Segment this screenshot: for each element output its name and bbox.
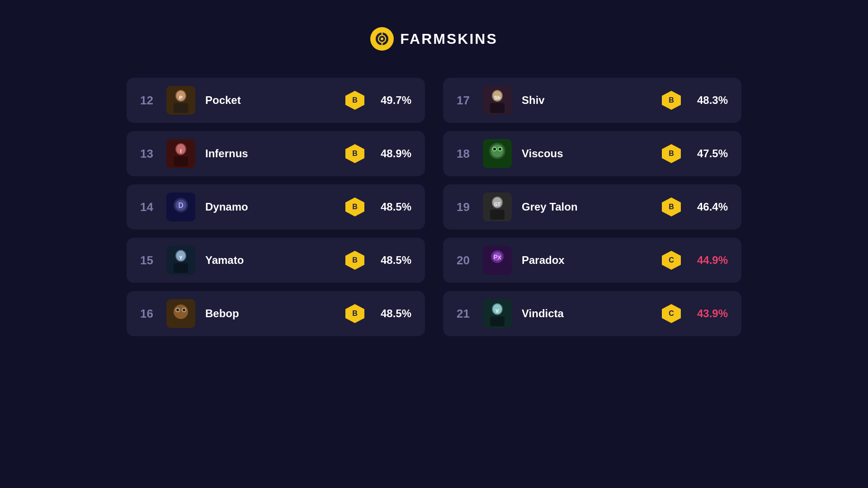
- win-rate: 46.4%: [692, 201, 728, 213]
- tier-badge: C: [661, 250, 682, 271]
- tier-letter: B: [352, 150, 358, 158]
- tier-letter: C: [669, 256, 674, 264]
- tier-letter: B: [669, 96, 674, 104]
- tier-letter: B: [669, 150, 674, 158]
- hero-name: Bebop: [205, 307, 335, 320]
- hero-card: 20PxParadox C 44.9%: [443, 238, 741, 283]
- brand-name: FARMSKINS: [400, 31, 497, 47]
- tier-letter: B: [352, 96, 358, 104]
- svg-point-25: [491, 145, 504, 157]
- tier-letter: B: [352, 256, 358, 264]
- svg-rect-45: [174, 263, 188, 273]
- svg-rect-8: [174, 103, 188, 113]
- svg-text:Px: Px: [493, 253, 501, 261]
- tier-badge: B: [344, 303, 365, 324]
- hero-rank: 17: [457, 94, 473, 108]
- svg-rect-14: [490, 103, 505, 113]
- tier-badge: B: [661, 90, 682, 111]
- svg-text:Sh: Sh: [494, 95, 500, 100]
- hero-card: 13IInfernus B 48.9%: [127, 131, 425, 176]
- tier-badge: C: [661, 303, 682, 324]
- hero-card: 16Bebop B 48.5%: [127, 291, 425, 336]
- svg-rect-39: [490, 210, 505, 220]
- svg-point-28: [493, 148, 496, 150]
- hero-avatar: GT: [483, 192, 512, 221]
- hero-name: Vindicta: [522, 307, 651, 320]
- win-rate: 48.9%: [375, 147, 411, 160]
- hero-avatar: Sh: [483, 86, 512, 115]
- tier-letter: B: [352, 310, 358, 318]
- hero-rank: 20: [457, 253, 473, 267]
- hero-card: 21VVindicta C 43.9%: [443, 291, 741, 336]
- svg-point-29: [499, 148, 501, 150]
- tier-badge: B: [344, 197, 365, 217]
- hero-avatar: P: [166, 86, 195, 115]
- svg-point-58: [183, 309, 185, 311]
- hero-name: Yamato: [205, 254, 335, 267]
- hero-card: 19GTGrey Talon B 46.4%: [443, 184, 741, 230]
- hero-name: Dynamo: [205, 201, 335, 213]
- win-rate: 47.5%: [692, 147, 728, 160]
- svg-rect-63: [490, 316, 505, 326]
- win-rate: 48.5%: [375, 307, 411, 320]
- hero-avatar: Px: [483, 246, 512, 275]
- hero-rank: 19: [457, 200, 473, 214]
- hero-name: Grey Talon: [522, 201, 651, 213]
- hero-card: 18Viscous B 47.5%: [443, 131, 741, 176]
- svg-rect-20: [174, 156, 188, 166]
- svg-point-57: [176, 309, 179, 311]
- hero-avatar: [483, 139, 512, 168]
- tier-badge: B: [344, 250, 365, 271]
- hero-rank: 18: [457, 147, 473, 161]
- hero-avatar: I: [166, 139, 195, 168]
- win-rate: 48.5%: [375, 201, 411, 213]
- svg-text:P: P: [179, 95, 182, 100]
- hero-avatar: D: [166, 192, 195, 221]
- tier-badge: B: [344, 90, 365, 111]
- logo-icon: [370, 27, 394, 51]
- win-rate: 43.9%: [692, 307, 728, 320]
- svg-text:Y: Y: [179, 255, 183, 260]
- tier-letter: C: [669, 310, 674, 318]
- hero-rank: 12: [140, 94, 156, 108]
- hero-name: Viscous: [522, 147, 651, 160]
- hero-card: 14DDynamo B 48.5%: [127, 184, 425, 230]
- hero-rank: 21: [457, 307, 473, 321]
- tier-badge: B: [344, 143, 365, 164]
- hero-name: Paradox: [522, 254, 651, 267]
- site-header: FARMSKINS: [370, 27, 497, 51]
- tier-letter: B: [669, 203, 674, 211]
- tier-badge: B: [661, 143, 682, 164]
- hero-avatar: [166, 299, 195, 328]
- svg-text:D: D: [178, 202, 184, 209]
- hero-avatar: V: [483, 299, 512, 328]
- hero-name: Pocket: [205, 94, 335, 107]
- hero-rank: 13: [140, 147, 156, 161]
- hero-card: 12PPocket B 49.7%: [127, 78, 425, 123]
- svg-text:I: I: [180, 148, 181, 154]
- svg-text:GT: GT: [494, 202, 500, 207]
- hero-rank: 16: [140, 307, 156, 321]
- hero-name: Infernus: [205, 147, 335, 160]
- svg-text:V: V: [495, 308, 499, 314]
- win-rate: 44.9%: [692, 254, 728, 267]
- win-rate: 48.3%: [692, 94, 728, 107]
- hero-rank: 14: [140, 200, 156, 214]
- win-rate: 48.5%: [375, 254, 411, 267]
- hero-avatar: Y: [166, 246, 195, 275]
- hero-card: 15YYamato B 48.5%: [127, 238, 425, 283]
- hero-card: 17ShShiv B 48.3%: [443, 78, 741, 123]
- svg-point-2: [381, 38, 383, 40]
- svg-point-54: [174, 305, 188, 319]
- tier-badge: B: [661, 197, 682, 217]
- win-rate: 49.7%: [375, 94, 411, 107]
- tier-letter: B: [352, 203, 358, 211]
- hero-name: Shiv: [522, 94, 651, 107]
- hero-grid: 12PPocket B 49.7%17ShShiv B 48.3%13IInfe…: [127, 78, 741, 336]
- hero-rank: 15: [140, 253, 156, 267]
